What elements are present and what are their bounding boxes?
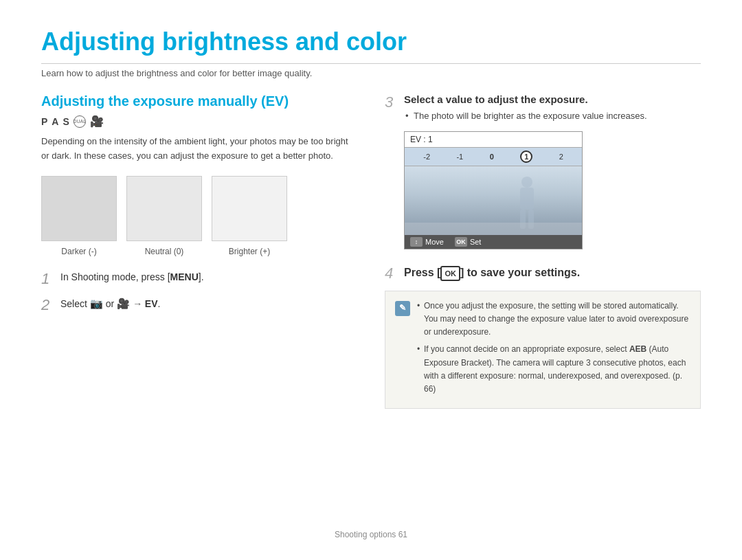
ok-btn: OK: [455, 237, 467, 247]
menu-bold: MENU: [170, 271, 199, 282]
content-area: Adjusting the exposure manually (EV) P A…: [41, 93, 701, 522]
step-3-title: Select a value to adjust the exposure.: [404, 93, 647, 105]
left-column: Adjusting the exposure manually (EV) P A…: [41, 93, 357, 522]
step-3-number: 3: [385, 93, 400, 111]
step-2: 2 Select 📷 or 🎥 → EV.: [41, 296, 357, 314]
exposure-label-row: Darker (-) Neutral (0) Brighter (+): [41, 247, 357, 256]
move-label: Move: [425, 238, 444, 246]
move-icon: ↕: [410, 237, 423, 247]
step-1: 1 In Shooting mode, press [MENU].: [41, 270, 357, 288]
mode-video-icon: 🎥: [90, 115, 104, 128]
ev-set: OK Set: [455, 237, 482, 247]
set-label: Set: [470, 238, 482, 246]
mode-a: A: [52, 116, 58, 127]
description-text: Depending on the intensity of the ambien…: [41, 135, 357, 164]
ev-header: EV : 1: [405, 132, 582, 148]
page: Adjusting brightness and color Learn how…: [0, 0, 742, 560]
ok-bracket: OK: [440, 266, 460, 282]
ev-tick-neg1: -1: [456, 153, 463, 161]
svg-rect-1: [520, 188, 534, 210]
mode-p: P: [41, 116, 47, 127]
step-2-number: 2: [41, 296, 56, 314]
ev-slider-area: -2 -1 0 1 2: [405, 148, 582, 166]
page-subtitle: Learn how to adjust the brightness and c…: [41, 68, 701, 78]
exposure-dark: [41, 176, 117, 241]
note-bullet-1: Once you adjust the exposure, the settin…: [417, 300, 690, 339]
step-3-content: Select a value to adjust the exposure. T…: [404, 93, 647, 258]
mode-dual-icon: DUAL: [74, 115, 86, 128]
ev-tick-1: 1: [520, 150, 532, 163]
note-box: ✎ Once you adjust the exposure, the sett…: [385, 291, 701, 409]
page-footer: Shooting options 61: [41, 522, 701, 539]
exposure-images: [41, 176, 357, 241]
video-icon: 🎥: [117, 298, 130, 309]
note-2-text: If you cannot decide on an appropriate e…: [424, 344, 686, 394]
step-3-row: 3 Select a value to adjust the exposure.…: [385, 93, 701, 258]
ground-area: [405, 223, 582, 235]
mode-icons: P A S DUAL 🎥: [41, 115, 357, 128]
note-text: Once you adjust the exposure, the settin…: [417, 300, 690, 400]
svg-point-0: [521, 177, 532, 188]
label-darker: Darker (-): [41, 247, 117, 256]
step-4-number: 4: [385, 265, 400, 282]
step-2-content: Select 📷 or 🎥 → EV.: [60, 296, 160, 312]
ev-image-area: [405, 166, 582, 235]
exposure-bright: [212, 176, 287, 241]
ev-scale: -2 -1 0 1 2: [410, 150, 576, 163]
step-3-bullet: The photo will be brighter as the exposu…: [414, 109, 647, 123]
ev-tick-neg2: -2: [423, 153, 430, 161]
step-4-row: 4 Press [OK] to save your settings.: [385, 265, 701, 282]
note-icon: ✎: [395, 301, 410, 316]
ev-move: ↕ Move: [410, 237, 444, 247]
ev-tick-2: 2: [559, 153, 563, 161]
mode-s: S: [63, 116, 69, 127]
aeb-bold: AEB: [629, 344, 647, 354]
ev-tick-0: 0: [490, 153, 494, 161]
note-bullet-2: If you cannot decide on an appropriate e…: [417, 343, 690, 396]
ev-display: EV : 1 -2 -1 0 1 2: [404, 131, 583, 249]
note-1-text: Once you adjust the exposure, the settin…: [424, 301, 688, 337]
section-title-ev: Adjusting the exposure manually (EV): [41, 93, 357, 109]
ev-bold: EV: [145, 298, 158, 309]
step-4-content: Press [OK] to save your settings.: [404, 265, 580, 282]
page-title: Adjusting brightness and color: [41, 27, 701, 64]
exposure-neutral: [126, 176, 202, 241]
step-1-content: In Shooting mode, press [MENU].: [60, 270, 204, 284]
camera-icon: 📷: [90, 298, 103, 309]
label-brighter: Brighter (+): [212, 247, 287, 256]
right-column: 3 Select a value to adjust the exposure.…: [385, 93, 701, 522]
step-1-number: 1: [41, 270, 56, 288]
ev-footer: ↕ Move OK Set: [405, 235, 582, 249]
label-neutral: Neutral (0): [126, 247, 202, 256]
